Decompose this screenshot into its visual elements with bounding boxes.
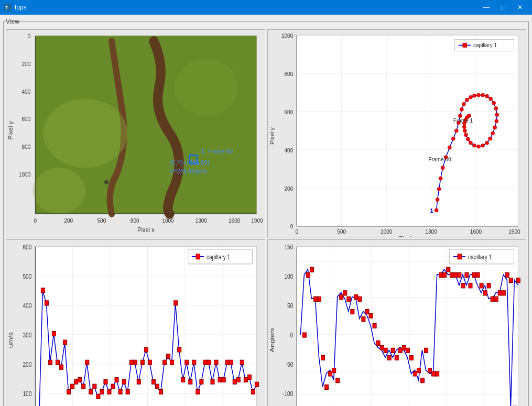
svg-rect-126	[71, 384, 74, 389]
svg-rect-140	[122, 379, 126, 384]
angle-plot-svg: capillary 1 150 100 50 0 -50 -100 -150	[268, 240, 526, 406]
svg-rect-172	[240, 360, 244, 365]
svg-rect-252	[453, 272, 457, 277]
svg-text:1000: 1000	[281, 33, 293, 39]
svg-rect-221	[339, 294, 343, 299]
svg-point-53	[460, 107, 463, 111]
svg-rect-142	[129, 360, 133, 365]
svg-point-64	[495, 113, 498, 117]
svg-rect-258	[476, 272, 480, 277]
svg-rect-272	[457, 254, 461, 259]
svg-point-60	[485, 94, 488, 98]
svg-text:800: 800	[21, 144, 30, 150]
svg-rect-222	[343, 291, 346, 295]
top-right-plot: Frame 1 Frame 60 1 capillary 1	[267, 29, 527, 237]
svg-text:200: 200	[23, 361, 31, 368]
svg-rect-266	[505, 272, 509, 277]
svg-text:50: 50	[287, 302, 293, 309]
svg-text:200: 200	[64, 217, 73, 224]
close-button[interactable]: ✕	[512, 2, 528, 13]
svg-text:Pixel y: Pixel y	[8, 121, 14, 140]
svg-text:1000: 1000	[380, 229, 392, 235]
svg-point-50	[454, 129, 458, 133]
svg-rect-149	[155, 384, 159, 389]
minimize-button[interactable]: —	[479, 2, 494, 13]
svg-rect-147	[148, 360, 151, 365]
svg-rect-153	[170, 360, 174, 365]
svg-rect-123	[60, 365, 63, 369]
velocity-plot-svg: capillary 1 0 100 200 300 400 500 600	[6, 240, 265, 406]
svg-rect-234	[387, 355, 391, 360]
svg-rect-165	[214, 360, 218, 365]
svg-rect-167	[222, 377, 225, 382]
svg-text:800: 800	[131, 217, 139, 224]
svg-rect-267	[509, 278, 513, 283]
svg-text:300: 300	[23, 332, 31, 338]
svg-rect-243	[420, 378, 424, 383]
svg-rect-260	[483, 291, 487, 295]
svg-text:Angle/s: Angle/s	[269, 328, 275, 353]
svg-point-66	[493, 126, 496, 129]
svg-point-48	[448, 146, 451, 149]
svg-text:400: 400	[23, 302, 31, 309]
svg-rect-254	[461, 283, 464, 288]
svg-rect-132	[93, 384, 96, 389]
svg-point-71	[476, 145, 480, 148]
svg-text:Frame 1: Frame 1	[453, 118, 473, 124]
svg-text:0: 0	[290, 224, 293, 229]
svg-rect-145	[140, 360, 144, 365]
bottom-right-plot: capillary 1 150 100 50 0 -50 -100 -150	[267, 239, 527, 406]
svg-rect-158	[189, 379, 192, 384]
svg-rect-225	[354, 294, 357, 299]
svg-rect-151	[163, 360, 167, 365]
svg-rect-118	[41, 288, 45, 293]
svg-rect-159	[192, 360, 196, 365]
svg-point-7	[32, 168, 85, 214]
view-label: View	[6, 18, 19, 25]
svg-text:T: T	[5, 5, 8, 10]
svg-point-62	[492, 101, 495, 105]
svg-point-46	[441, 166, 444, 170]
svg-text:(X,Y)=1306,691: (X,Y)=1306,691	[170, 159, 211, 166]
svg-rect-253	[457, 272, 461, 277]
svg-rect-122	[56, 360, 59, 365]
svg-rect-265	[502, 291, 505, 295]
svg-rect-133	[96, 394, 100, 399]
svg-text:0: 0	[295, 229, 298, 235]
svg-point-74	[466, 137, 470, 141]
svg-rect-269	[516, 278, 520, 283]
svg-point-75	[464, 133, 468, 137]
svg-point-72	[472, 144, 476, 147]
svg-rect-232	[380, 345, 384, 350]
svg-point-68	[488, 137, 492, 140]
svg-text:500: 500	[97, 217, 106, 224]
svg-rect-251	[450, 272, 453, 277]
svg-rect-250	[446, 267, 450, 272]
svg-rect-134	[100, 389, 104, 394]
svg-point-81	[467, 114, 471, 118]
svg-text:capillary 1: capillary 1	[473, 42, 497, 48]
svg-rect-215	[317, 297, 321, 301]
svg-text:Frame 60: Frame 60	[428, 157, 451, 162]
title-bar-buttons: — □ ✕	[479, 2, 528, 13]
svg-rect-235	[391, 348, 395, 353]
svg-rect-144	[137, 379, 140, 384]
svg-text:1: 1	[201, 148, 205, 155]
svg-rect-164	[211, 379, 214, 384]
svg-text:Pixel y: Pixel y	[269, 127, 275, 145]
svg-rect-169	[229, 360, 233, 365]
svg-rect-259	[480, 283, 483, 288]
app-icon: T	[4, 4, 12, 11]
svg-rect-173	[244, 377, 247, 382]
svg-text:0: 0	[290, 332, 293, 338]
maximize-button[interactable]: □	[495, 2, 511, 13]
svg-point-70	[481, 144, 484, 147]
svg-rect-163	[207, 360, 211, 365]
svg-point-49	[451, 137, 455, 140]
svg-point-6	[175, 59, 238, 116]
svg-rect-229	[368, 313, 372, 318]
svg-point-43	[436, 198, 439, 202]
svg-rect-138	[115, 377, 118, 382]
svg-rect-166	[218, 377, 222, 382]
svg-rect-220	[335, 378, 339, 383]
